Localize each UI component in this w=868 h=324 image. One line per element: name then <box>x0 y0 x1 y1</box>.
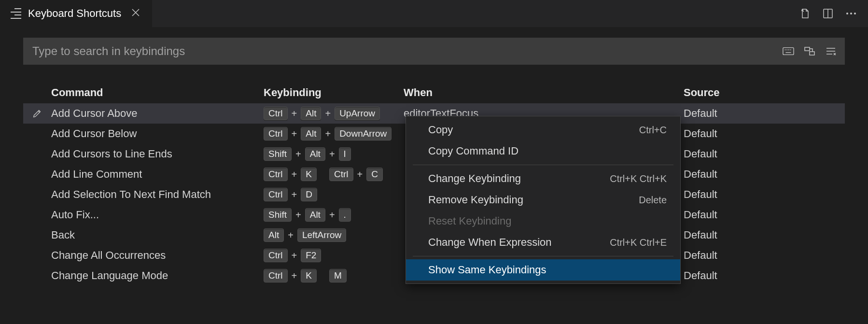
plus-separator: + <box>324 128 332 140</box>
table-header: Command Keybinding When Source <box>23 83 845 103</box>
context-menu-separator <box>413 256 673 256</box>
key-cap: Ctrl <box>264 188 288 201</box>
keybinding-cell: Alt+LeftArrow <box>264 228 404 242</box>
source-cell: Default <box>684 188 845 201</box>
keybinding-cell: Ctrl+D <box>264 188 404 201</box>
search-bar <box>23 38 845 65</box>
key-cap: Ctrl <box>264 107 288 120</box>
open-json-icon[interactable] <box>798 7 811 20</box>
search-input[interactable] <box>24 44 782 58</box>
plus-separator: + <box>324 108 332 119</box>
plus-separator: + <box>291 108 298 119</box>
source-cell: Default <box>684 107 845 120</box>
context-menu-label: Copy Command ID <box>428 145 518 157</box>
keybinding-cell: Ctrl+KCtrl+C <box>264 168 404 181</box>
key-cap: K <box>301 269 317 282</box>
key-cap: . <box>339 208 351 222</box>
tab-bar: Keyboard Shortcuts <box>0 0 868 27</box>
key-cap: Alt <box>305 208 325 222</box>
key-cap: K <box>301 168 317 181</box>
source-cell: Default <box>684 209 845 221</box>
context-menu-item[interactable]: Change KeybindingCtrl+K Ctrl+K <box>406 168 680 189</box>
command-cell: Change All Occurrences <box>51 249 264 262</box>
keybinding-cell: Ctrl+KM <box>264 269 404 282</box>
plus-separator: + <box>356 169 364 180</box>
key-cap: Alt <box>305 147 325 161</box>
key-cap: Shift <box>264 208 292 222</box>
source-cell: Default <box>684 127 845 140</box>
command-cell: Add Cursor Above <box>51 107 264 120</box>
key-cap: Ctrl <box>264 127 288 141</box>
keybinding-cell: Ctrl+F2 <box>264 249 404 262</box>
context-menu-shortcut: Delete <box>639 195 667 206</box>
key-cap: Ctrl <box>264 249 288 262</box>
col-source[interactable]: Source <box>684 86 845 99</box>
context-menu-shortcut: Ctrl+C <box>639 125 667 136</box>
context-menu-label: Change When Expression <box>428 236 552 249</box>
context-menu-item[interactable]: Remove KeybindingDelete <box>406 189 680 211</box>
plus-separator: + <box>294 210 302 221</box>
key-cap: UpArrow <box>335 107 380 120</box>
context-menu-item[interactable]: Copy Command ID <box>406 141 680 162</box>
key-cap: D <box>301 188 317 201</box>
source-cell: Default <box>684 269 845 282</box>
context-menu-label: Change Keybinding <box>428 172 521 185</box>
key-cap: Ctrl <box>264 269 288 282</box>
source-cell: Default <box>684 168 845 181</box>
key-cap: M <box>329 269 347 282</box>
key-cap: Shift <box>264 147 292 161</box>
plus-separator: + <box>287 230 294 241</box>
keybinding-cell: Ctrl+Alt+UpArrow <box>264 107 404 120</box>
plus-separator: + <box>291 270 298 282</box>
edit-icon[interactable] <box>23 108 51 119</box>
col-keybinding[interactable]: Keybinding <box>264 86 404 99</box>
context-menu-label: Show Same Keybindings <box>428 264 546 276</box>
key-cap: DownArrow <box>335 127 392 141</box>
context-menu-label: Reset Keybinding <box>428 215 511 227</box>
clear-search-icon[interactable] <box>824 44 838 58</box>
plus-separator: + <box>328 210 336 221</box>
key-cap: I <box>339 147 351 161</box>
command-cell: Back <box>51 229 264 241</box>
source-cell: Default <box>684 229 845 241</box>
plus-separator: + <box>291 189 298 200</box>
context-menu-label: Remove Keybinding <box>428 194 523 206</box>
command-cell: Add Selection To Next Find Match <box>51 188 264 201</box>
command-cell: Add Cursors to Line Ends <box>51 148 264 160</box>
editor-actions <box>798 0 868 27</box>
context-menu-shortcut: Ctrl+K Ctrl+E <box>610 237 667 248</box>
key-cap: Ctrl <box>329 168 353 181</box>
context-menu-item[interactable]: CopyCtrl+C <box>406 119 680 141</box>
plus-separator: + <box>291 128 298 140</box>
context-menu-item[interactable]: Show Same Keybindings <box>406 259 680 281</box>
command-cell: Change Language Mode <box>51 269 264 282</box>
key-cap: Alt <box>264 228 284 242</box>
command-cell: Add Cursor Below <box>51 127 264 140</box>
record-keys-icon[interactable] <box>782 44 795 58</box>
more-actions-icon[interactable] <box>845 7 857 20</box>
plus-separator: + <box>291 169 298 180</box>
plus-separator: + <box>291 250 298 261</box>
plus-separator: + <box>294 149 302 160</box>
svg-rect-8 <box>805 47 810 51</box>
split-editor-icon[interactable] <box>822 7 834 20</box>
keybinding-cell: Ctrl+Alt+DownArrow <box>264 127 404 141</box>
col-when[interactable]: When <box>404 86 684 99</box>
tab-title: Keyboard Shortcuts <box>28 7 121 20</box>
source-cell: Default <box>684 249 845 262</box>
key-cap: F2 <box>301 249 321 262</box>
command-cell: Add Line Comment <box>51 168 264 181</box>
key-cap: LeftArrow <box>297 228 346 242</box>
close-icon[interactable] <box>128 5 143 23</box>
keybinding-cell: Shift+Alt+I <box>264 147 404 161</box>
context-menu-separator <box>413 165 673 165</box>
tab-keyboard-shortcuts[interactable]: Keyboard Shortcuts <box>0 0 153 27</box>
source-cell: Default <box>684 148 845 160</box>
key-cap: Ctrl <box>264 168 288 181</box>
context-menu-item[interactable]: Change When ExpressionCtrl+K Ctrl+E <box>406 232 680 253</box>
svg-rect-2 <box>783 48 794 55</box>
key-cap: Alt <box>301 127 321 141</box>
sort-by-precedence-icon[interactable] <box>803 44 816 58</box>
col-command[interactable]: Command <box>51 86 264 99</box>
svg-rect-9 <box>810 52 814 55</box>
